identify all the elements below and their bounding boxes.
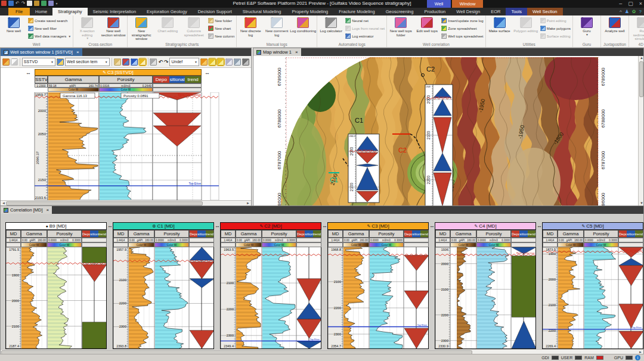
well-data-managers-button[interactable]: Well data managers▼ bbox=[27, 32, 72, 40]
column-header[interactable]: Porosity bbox=[369, 230, 404, 238]
log-estimator-button[interactable]: Log estimator bbox=[344, 32, 386, 40]
column-header[interactable]: MD bbox=[221, 230, 236, 238]
column-header-deptrend[interactable]: Depositionaltrend bbox=[82, 230, 107, 238]
lock-icon[interactable] bbox=[200, 58, 208, 66]
ribbon-tab-geoscreening[interactable]: Geoscreening bbox=[380, 8, 419, 15]
column-header[interactable]: MD bbox=[113, 230, 128, 238]
column-header-deptrend[interactable]: Depositionaltrend bbox=[511, 230, 536, 238]
maximize-icon[interactable]: ▢ bbox=[628, 0, 633, 8]
new-comment-log-button[interactable]: New comment log bbox=[264, 16, 290, 37]
draw-line-icon[interactable] bbox=[131, 58, 138, 66]
well-tops-spreadsheet-button[interactable]: Well tops spreadsheet bbox=[440, 32, 484, 40]
edit-log-icon[interactable] bbox=[122, 58, 129, 66]
column-header[interactable]: Porosity bbox=[262, 230, 296, 238]
new-well-filter-button[interactable]: New well filter bbox=[27, 24, 72, 32]
pin-icon[interactable] bbox=[242, 58, 249, 66]
ghost-curve-icon[interactable] bbox=[225, 58, 233, 66]
feedback-icon[interactable]: ✿ bbox=[632, 8, 636, 15]
log-track-display[interactable]: 19002000210022001873.52269.4Base Cretace… bbox=[543, 247, 643, 348]
ws-track-banner[interactable]: ✎ C3 [SSTVD] bbox=[35, 69, 202, 76]
column-header[interactable]: Gamma bbox=[558, 230, 584, 238]
new-discrete-log-button[interactable]: New discrete log bbox=[237, 16, 264, 37]
collapse-ribbon-icon[interactable]: ^ bbox=[620, 8, 622, 15]
template-icon[interactable] bbox=[57, 58, 64, 66]
grid-icon[interactable] bbox=[234, 58, 241, 66]
neural-net-button[interactable]: Neural net bbox=[344, 17, 386, 24]
paste-icon[interactable] bbox=[150, 58, 157, 66]
ribbon-tab-stratigraphy[interactable]: Stratigraphy bbox=[52, 8, 87, 15]
info-icon[interactable]: i bbox=[635, 355, 640, 360]
well-title-band[interactable]: ●B9 [MD] bbox=[6, 223, 106, 230]
well-title-band[interactable]: ✎C4 [MD] bbox=[435, 223, 535, 230]
ribbon-tab-home[interactable]: Home bbox=[30, 8, 52, 15]
flatten-icon[interactable] bbox=[139, 58, 146, 66]
ribbon-tab-well-section[interactable]: Well Section bbox=[527, 8, 563, 15]
new-chart-button[interactable]: New chart bbox=[207, 24, 236, 32]
well-title-band[interactable]: ✎C2 [MD] bbox=[221, 223, 321, 230]
column-header[interactable]: Porosity bbox=[584, 230, 618, 238]
resize-handle[interactable]: ↔ bbox=[215, 223, 220, 229]
make-polygons-button[interactable]: Make polygons bbox=[539, 24, 572, 32]
log-conditioning-button[interactable]: Log conditioning bbox=[290, 16, 316, 33]
palette-icon[interactable] bbox=[2, 58, 10, 66]
new-well-button[interactable]: New well bbox=[1, 16, 27, 33]
ws-log-display[interactable]: 2000205021501959.72193.62096.37Base Cret… bbox=[1, 92, 251, 200]
new-well-tops-folder-button[interactable]: New well tops folder bbox=[388, 16, 414, 37]
ws-horizontal-scrollbar[interactable]: ◄ ► bbox=[1, 200, 251, 206]
ribbon-tab-tools[interactable]: Tools bbox=[506, 8, 527, 15]
log-track-display[interactable]: 2100220023001968.82354.7Top Etive bbox=[328, 247, 428, 348]
close-icon[interactable]: × bbox=[639, 0, 642, 8]
ribbon-tab-seismic-interpretation[interactable]: Seismic Interpretation bbox=[88, 8, 142, 15]
template-select[interactable]: Well section tem▼ bbox=[65, 58, 110, 66]
ribbon-tab-file[interactable]: File bbox=[8, 8, 30, 15]
column-header-deptrend[interactable]: Depositionaltrend bbox=[296, 230, 321, 238]
ws-column-header-deptrend[interactable]: Depositionaltrend bbox=[153, 76, 202, 83]
correlation-tab[interactable]: Correlation [MD] × bbox=[1, 206, 52, 214]
log-track-display[interactable]: 2100220023001957.92393.8 bbox=[113, 247, 213, 348]
ribbon-tab-production[interactable]: Production bbox=[419, 8, 451, 15]
undo-icon[interactable]: ↶ bbox=[158, 59, 163, 65]
ws-column-header[interactable]: Gamma bbox=[48, 76, 99, 83]
new-well-section-window-button[interactable]: New well section window bbox=[100, 16, 126, 37]
well-track-b9-md[interactable]: ●B9 [MD]MDGammaPorosityDepositionaltrend… bbox=[5, 222, 107, 349]
user-icon[interactable]: ♟ bbox=[625, 8, 629, 15]
map-tab[interactable]: Map window 1 × bbox=[253, 48, 301, 56]
column-header[interactable]: Gamma bbox=[236, 230, 262, 238]
create-saved-search-button[interactable]: Create saved search bbox=[27, 17, 72, 24]
map-vertical-scrollbar[interactable]: ▲ ▼ bbox=[638, 56, 643, 206]
well-track-c5-md[interactable]: ✎C5 [MD]MDGammaPorosityDepositionaltrend… bbox=[542, 222, 643, 349]
filter-select[interactable]: Undef▼ bbox=[169, 58, 199, 66]
correlation-canvas[interactable]: ●B9 [MD]MDGammaPorosityDepositionaltrend… bbox=[1, 214, 643, 349]
zone-spreadsheet-button[interactable]: Zone spreadsheet bbox=[440, 24, 484, 32]
well-track-c1-md[interactable]: ⚙C1 [MD]MDGammaPorosityDepositionaltrend… bbox=[113, 222, 214, 349]
ribbon-tab-property-modeling[interactable]: Property Modeling bbox=[286, 8, 333, 15]
column-header[interactable]: Porosity bbox=[154, 230, 189, 238]
new-folder-button[interactable]: New folder bbox=[207, 17, 236, 24]
help-icon[interactable]: ? bbox=[639, 8, 642, 15]
resize-handle[interactable]: ↔ bbox=[205, 70, 210, 76]
ws-column-header[interactable]: SSTVD bbox=[35, 76, 48, 83]
well-track-c4-md[interactable]: ✎C4 [MD]MDGammaPorosityDepositionaltrend… bbox=[435, 222, 536, 349]
ribbon-tab-decision-support[interactable]: Decision Support bbox=[193, 8, 237, 15]
make-surface-button[interactable]: Make surface bbox=[487, 16, 513, 33]
new-column-button[interactable]: New column bbox=[207, 32, 236, 40]
resize-handle[interactable]: ↔ bbox=[107, 223, 113, 229]
contour-map[interactable]: 6789000678800067870006786000678900067880… bbox=[253, 56, 638, 206]
log-track-display[interactable]: 200021002200230019362330.9Base Cretaceou… bbox=[435, 247, 535, 348]
resize-handle[interactable]: ↔ bbox=[537, 223, 542, 229]
log-track-display[interactable]: 1900200021001791.52187.4 bbox=[6, 247, 106, 348]
well-section-canvas[interactable]: ↔↔✎ C3 [SSTVD]SSTVDGammaPorosityDepositi… bbox=[1, 68, 251, 200]
column-header[interactable]: MD bbox=[543, 230, 558, 238]
column-header[interactable]: MD bbox=[6, 230, 21, 238]
column-header[interactable]: Gamma bbox=[21, 230, 47, 238]
minimize-icon[interactable]: – bbox=[619, 0, 622, 8]
scroll-up-icon[interactable]: ▲ bbox=[640, 56, 643, 60]
ws-column-header[interactable]: Porosity bbox=[99, 76, 153, 83]
well-title-band[interactable]: ✎C3 [MD] bbox=[328, 223, 428, 230]
cursor-icon[interactable] bbox=[11, 58, 18, 66]
log-calculator-button[interactable]: Log calculator bbox=[318, 16, 344, 33]
close-icon[interactable]: × bbox=[76, 49, 79, 55]
column-header-deptrend[interactable]: Depositionaltrend bbox=[189, 230, 214, 238]
column-header[interactable]: MD bbox=[328, 230, 343, 238]
analyze-well-button[interactable]: Analyze well bbox=[602, 16, 628, 33]
